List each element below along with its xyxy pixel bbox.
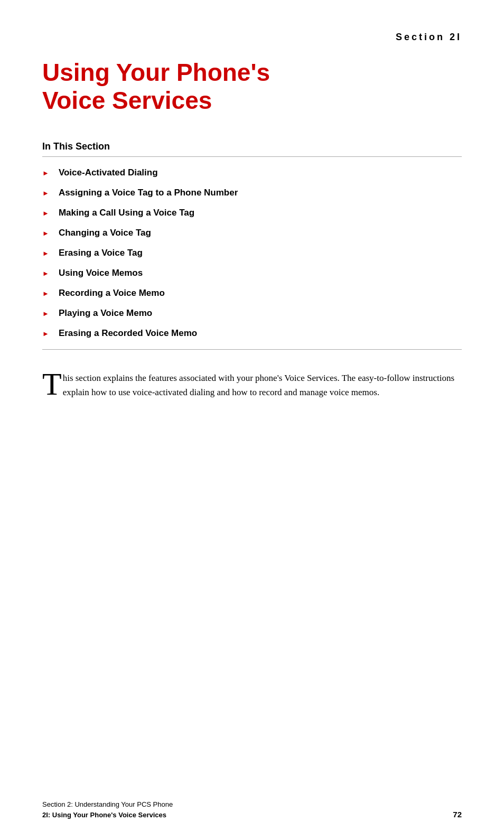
toc-item-label: Erasing a Recorded Voice Memo bbox=[59, 328, 197, 339]
arrow-icon: ► bbox=[42, 290, 49, 297]
footer-section-name: 2I: Using Your Phone's Voice Services bbox=[42, 811, 166, 819]
toc-item-label: Assigning a Voice Tag to a Phone Number bbox=[59, 188, 238, 198]
list-item: ► Voice-Activated Dialing bbox=[42, 167, 462, 178]
arrow-icon: ► bbox=[42, 229, 49, 237]
toc-list: ► Voice-Activated Dialing ► Assigning a … bbox=[42, 167, 462, 339]
footer-breadcrumb: Section 2: Understanding Your PCS Phone bbox=[42, 800, 462, 808]
bottom-divider bbox=[42, 349, 462, 350]
arrow-icon: ► bbox=[42, 249, 49, 257]
section-label: Section 2I bbox=[42, 32, 462, 43]
toc-item-label: Making a Call Using a Voice Tag bbox=[59, 208, 194, 218]
list-item: ► Erasing a Recorded Voice Memo bbox=[42, 328, 462, 339]
arrow-icon: ► bbox=[42, 310, 49, 318]
footer: Section 2: Understanding Your PCS Phone … bbox=[42, 800, 462, 819]
chapter-title-line1: Using Your Phone's bbox=[42, 59, 270, 86]
arrow-icon: ► bbox=[42, 189, 49, 197]
list-item: ► Assigning a Voice Tag to a Phone Numbe… bbox=[42, 188, 462, 198]
toc-item-label: Voice-Activated Dialing bbox=[59, 167, 158, 178]
page: Section 2I Using Your Phone's Voice Serv… bbox=[0, 0, 504, 840]
toc-item-label: Playing a Voice Memo bbox=[59, 308, 152, 319]
arrow-icon: ► bbox=[42, 330, 49, 338]
arrow-icon: ► bbox=[42, 169, 49, 177]
toc-item-label: Changing a Voice Tag bbox=[59, 228, 151, 238]
arrow-icon: ► bbox=[42, 269, 49, 277]
drop-cap: T bbox=[42, 371, 62, 398]
intro-paragraph: This section explains the features assoc… bbox=[42, 371, 462, 399]
top-divider bbox=[42, 156, 462, 157]
arrow-icon: ► bbox=[42, 209, 49, 217]
list-item: ► Erasing a Voice Tag bbox=[42, 248, 462, 258]
chapter-title-line2: Voice Services bbox=[42, 87, 212, 114]
list-item: ► Making a Call Using a Voice Tag bbox=[42, 208, 462, 218]
intro-text: his section explains the features associ… bbox=[63, 373, 454, 397]
list-item: ► Playing a Voice Memo bbox=[42, 308, 462, 319]
list-item: ► Changing a Voice Tag bbox=[42, 228, 462, 238]
chapter-title: Using Your Phone's Voice Services bbox=[42, 59, 462, 115]
toc-heading: In This Section bbox=[42, 141, 462, 152]
toc-item-label: Erasing a Voice Tag bbox=[59, 248, 143, 258]
list-item: ► Recording a Voice Memo bbox=[42, 288, 462, 298]
toc-item-label: Using Voice Memos bbox=[59, 268, 143, 278]
footer-bottom: 2I: Using Your Phone's Voice Services 72 bbox=[42, 810, 462, 819]
footer-page-number: 72 bbox=[453, 810, 462, 819]
toc-item-label: Recording a Voice Memo bbox=[59, 288, 165, 298]
list-item: ► Using Voice Memos bbox=[42, 268, 462, 278]
